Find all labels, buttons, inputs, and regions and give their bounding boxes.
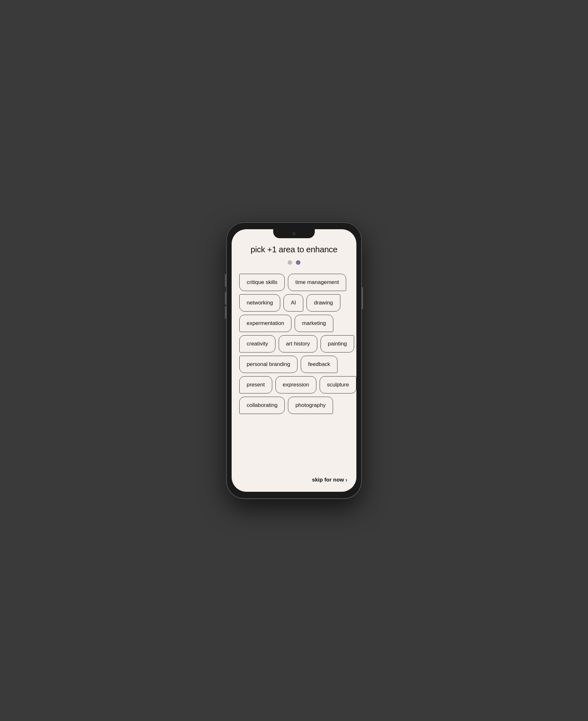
tag-row-7: collaborating photography xyxy=(239,397,349,414)
tags-container: critique skills time management networki… xyxy=(239,274,349,472)
tag-row-3: expermentation marketing xyxy=(239,315,349,332)
page-title: pick +1 area to enhance xyxy=(239,245,349,255)
screen: pick +1 area to enhance critique skills … xyxy=(232,229,356,492)
content-area: pick +1 area to enhance critique skills … xyxy=(232,229,356,492)
notch-camera xyxy=(292,232,296,235)
tag-art-history[interactable]: art history xyxy=(279,335,317,353)
skip-label: skip for now xyxy=(312,477,344,483)
skip-row: skip for now › xyxy=(239,472,349,485)
tag-sculpture[interactable]: sculpture xyxy=(320,376,356,394)
tag-networking[interactable]: networking xyxy=(239,294,280,312)
tag-row-6: present expression sculpture xyxy=(239,376,349,394)
tag-drawing[interactable]: drawing xyxy=(307,294,340,312)
tag-critique-skills[interactable]: critique skills xyxy=(239,274,285,291)
tag-marketing[interactable]: marketing xyxy=(295,315,333,332)
tag-personal-branding[interactable]: personal branding xyxy=(239,356,297,373)
skip-button[interactable]: skip for now › xyxy=(312,476,348,483)
tag-present[interactable]: present xyxy=(239,376,272,394)
tag-row-2: networking AI drawing xyxy=(239,294,349,312)
progress-dot-1 xyxy=(288,260,292,265)
tag-photography[interactable]: photography xyxy=(288,397,333,414)
tag-expression[interactable]: expression xyxy=(275,376,316,394)
skip-chevron-icon: › xyxy=(345,476,348,483)
tag-experimentation[interactable]: expermentation xyxy=(239,315,291,332)
tag-creativity[interactable]: creativity xyxy=(239,335,275,353)
tag-feedback[interactable]: feedback xyxy=(301,356,337,373)
progress-dot-2 xyxy=(296,260,300,265)
tag-row-4: creativity art history painting xyxy=(239,335,349,353)
tag-collaborating[interactable]: collaborating xyxy=(239,397,285,414)
progress-dots xyxy=(239,260,349,265)
tag-painting[interactable]: painting xyxy=(320,335,355,353)
tag-row-5: personal branding feedback xyxy=(239,356,349,373)
tag-time-management[interactable]: time management xyxy=(288,274,346,291)
tag-row-1: critique skills time management xyxy=(239,274,349,291)
phone-frame: pick +1 area to enhance critique skills … xyxy=(227,223,361,498)
tag-ai[interactable]: AI xyxy=(284,294,303,312)
notch xyxy=(273,229,315,238)
